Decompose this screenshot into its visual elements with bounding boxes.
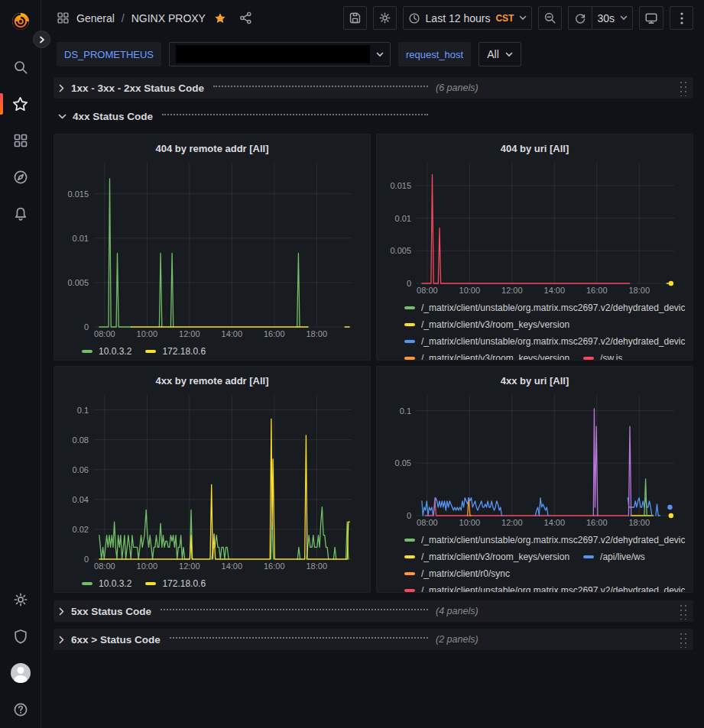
star-icon: [12, 96, 28, 112]
legend-item[interactable]: 172.18.0.6: [145, 343, 206, 360]
breadcrumb-section[interactable]: General: [76, 12, 115, 24]
row-dots-leader: [162, 114, 428, 115]
timeseries-chart[interactable]: 00.050.108:0010:0012:0014:0016:0018:00: [384, 390, 685, 529]
time-range-label: Last 12 hours: [426, 12, 491, 24]
legend-item[interactable]: /_matrix/client/v3/room_keys/version: [404, 316, 569, 333]
refresh-interval-dropdown[interactable]: 30s: [592, 6, 633, 30]
request-host-variable-select[interactable]: All: [479, 42, 521, 66]
search-icon: [13, 60, 28, 75]
row-6xx[interactable]: 6xx > Status Code (2 panels): [54, 629, 693, 650]
timeseries-chart[interactable]: 00.0050.010.01508:0010:0012:0014:0016:00…: [384, 157, 685, 296]
bell-icon: [13, 206, 28, 222]
more-options-button[interactable]: [670, 6, 693, 30]
grafana-logo-icon[interactable]: [10, 11, 31, 32]
legend-item[interactable]: 172.18.0.6: [145, 575, 206, 592]
sidebar-item-starred[interactable]: [0, 86, 41, 122]
favorite-star-icon[interactable]: [214, 12, 226, 24]
row-drag-handle[interactable]: [678, 603, 687, 620]
time-range-picker[interactable]: Last 12 hours CST: [403, 6, 533, 30]
panel-legend: /_matrix/client/unstable/org.matrix.msc2…: [384, 296, 685, 360]
svg-text:10:00: 10:00: [137, 329, 158, 338]
save-dashboard-button[interactable]: [343, 6, 367, 30]
legend-item[interactable]: /_matrix/client/unstable/org.matrix.msc2…: [404, 333, 685, 350]
refresh-button[interactable]: [568, 6, 592, 30]
timezone-label: CST: [495, 13, 514, 24]
svg-text:0.01: 0.01: [395, 214, 411, 223]
svg-text:14:00: 14:00: [222, 329, 243, 338]
svg-text:0.1: 0.1: [77, 406, 89, 415]
legend-item[interactable]: /api/live/ws: [583, 548, 645, 565]
svg-text:12:00: 12:00: [501, 286, 523, 295]
row-1xx-3xx-2xx[interactable]: 1xx - 3xx - 2xx Status Code (6 panels): [54, 77, 693, 99]
panel: 404 by uri [All] 00.0050.010.01508:0010:…: [376, 134, 693, 361]
refresh-icon: [574, 12, 586, 24]
legend-swatch: [82, 350, 92, 353]
sidebar-item-profile[interactable]: [0, 655, 41, 691]
panel-legend: 10.0.3.2172.18.0.6: [62, 340, 362, 360]
variables-bar: DS_PROMETHEUS request_host All: [41, 36, 704, 77]
legend-item[interactable]: 10.0.3.2: [82, 343, 131, 360]
clock-icon: [408, 12, 420, 24]
sidebar-expand-button[interactable]: [33, 31, 50, 48]
main-area: General / NGINX PROXY: [41, 0, 704, 728]
dashboard-grid-icon[interactable]: [57, 11, 70, 24]
legend-item[interactable]: /sw.js: [583, 350, 622, 360]
legend-item[interactable]: 10.0.3.2: [82, 575, 131, 592]
sidebar: [0, 0, 41, 728]
legend-item[interactable]: /_matrix/client/v3/room_keys/version: [404, 350, 569, 360]
panel-title[interactable]: 404 by remote addr [All]: [62, 139, 362, 157]
share-icon[interactable]: [239, 11, 252, 24]
legend-item[interactable]: /_matrix/client/unstable/org.matrix.msc2…: [404, 532, 685, 548]
tv-mode-button[interactable]: [639, 6, 663, 30]
svg-text:0: 0: [407, 511, 411, 520]
legend-item[interactable]: /_matrix/client/v3/room_keys/version: [404, 548, 569, 565]
zoom-out-time-button[interactable]: [538, 6, 562, 30]
legend-swatch: [404, 323, 415, 326]
legend-swatch: [404, 539, 415, 542]
legend-label: /api/live/ws: [600, 548, 645, 565]
sidebar-item-dashboards[interactable]: [0, 122, 41, 159]
row-title: 1xx - 3xx - 2xx Status Code: [71, 83, 204, 94]
svg-text:18:00: 18:00: [628, 286, 650, 295]
sidebar-item-explore[interactable]: [0, 159, 41, 196]
datasource-variable-select[interactable]: [169, 42, 391, 66]
legend-label: /_matrix/client/r0/sync: [421, 565, 510, 582]
timeseries-chart[interactable]: 00.0050.010.01508:0010:0012:0014:0016:00…: [62, 157, 362, 340]
svg-text:14:00: 14:00: [222, 561, 243, 571]
legend-item[interactable]: /_matrix/client/r0/sync: [404, 565, 510, 582]
panel-title[interactable]: 4xx by uri [All]: [384, 371, 685, 390]
dashboard-settings-button[interactable]: [373, 6, 397, 30]
row-drag-handle[interactable]: [678, 79, 687, 96]
svg-text:10:00: 10:00: [459, 518, 481, 527]
legend-swatch: [404, 555, 415, 558]
row-drag-handle[interactable]: [678, 631, 687, 648]
sidebar-item-settings[interactable]: [0, 581, 41, 618]
sidebar-item-server-admin[interactable]: [0, 618, 41, 655]
datasource-variable-label[interactable]: DS_PROMETHEUS: [57, 42, 161, 66]
chevron-down-icon: [58, 113, 67, 120]
sidebar-item-alerting[interactable]: [0, 196, 41, 232]
request-host-variable-label[interactable]: request_host: [398, 42, 471, 66]
timeseries-chart[interactable]: 00.020.040.060.080.108:0010:0012:0014:00…: [62, 390, 362, 572]
breadcrumb-dashboard-title[interactable]: NGINX PROXY: [131, 12, 206, 24]
panel-title[interactable]: 4xx by remote addr [All]: [62, 371, 362, 390]
legend-swatch: [145, 582, 156, 585]
row-4xx[interactable]: 4xx Status Code: [54, 105, 693, 127]
panel-title[interactable]: 404 by uri [All]: [384, 139, 685, 157]
refresh-interval-label: 30s: [597, 12, 615, 24]
svg-text:18:00: 18:00: [628, 518, 650, 527]
legend-label: /_matrix/client/unstable/org.matrix.msc2…: [421, 333, 685, 350]
shield-icon: [13, 629, 28, 644]
legend-swatch: [404, 589, 415, 592]
sidebar-item-help[interactable]: [0, 691, 41, 728]
legend-label: /_matrix/client/v3/room_keys/version: [421, 350, 569, 360]
legend-item[interactable]: /_matrix/client/unstable/org.matrix.msc2…: [404, 299, 685, 316]
row-title: 4xx Status Code: [73, 111, 153, 122]
legend-label: 10.0.3.2: [99, 343, 131, 360]
row-5xx[interactable]: 5xx Status Code (4 panels): [54, 600, 693, 622]
svg-text:12:00: 12:00: [501, 518, 523, 527]
dashboards-icon: [13, 133, 28, 148]
legend-item[interactable]: /_matrix/client/unstable/org.matrix.msc2…: [404, 582, 685, 592]
svg-text:0.1: 0.1: [400, 406, 411, 416]
sidebar-item-search[interactable]: [0, 49, 41, 86]
